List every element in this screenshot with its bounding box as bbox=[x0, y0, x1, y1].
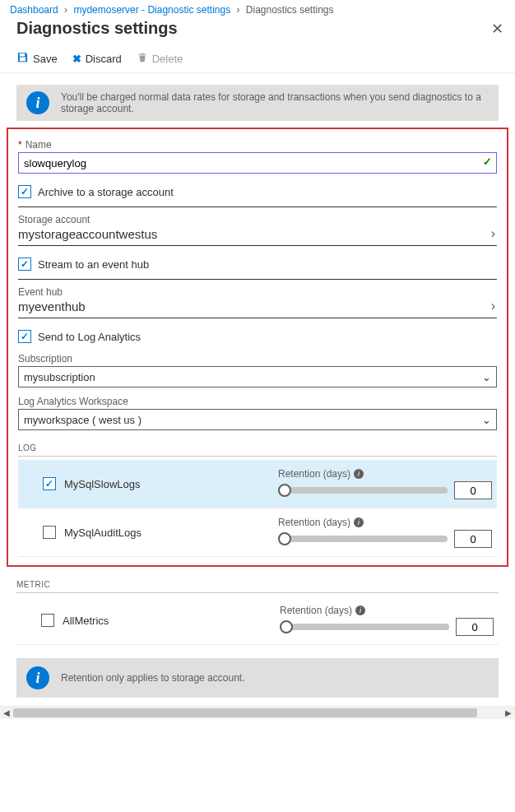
chevron-down-icon: ⌄ bbox=[482, 371, 491, 383]
page-title: Diagnostics settings bbox=[16, 19, 178, 38]
archive-label: Archive to a storage account bbox=[38, 186, 174, 198]
retention-input[interactable] bbox=[456, 618, 494, 636]
storage-account-picker[interactable]: Storage account mystorageaccountwestus › bbox=[18, 214, 497, 241]
metric-section-header: METRIC bbox=[16, 580, 499, 589]
workspace-dropdown[interactable]: myworkspace ( west us ) ⌄ bbox=[18, 409, 497, 430]
info-banner-rates: i You'll be charged normal data rates fo… bbox=[16, 85, 499, 121]
log-checkbox[interactable] bbox=[43, 526, 56, 539]
send-la-label: Send to Log Analytics bbox=[38, 331, 141, 343]
chevron-right-icon: › bbox=[64, 4, 67, 16]
log-checkbox[interactable] bbox=[43, 477, 56, 490]
chevron-right-icon: › bbox=[491, 226, 497, 241]
info-icon[interactable]: i bbox=[355, 606, 365, 615]
chevron-right-icon: › bbox=[491, 299, 497, 313]
subscription-label: Subscription bbox=[18, 353, 497, 364]
event-hub-picker[interactable]: Event hub myeventhub › bbox=[18, 286, 497, 313]
workspace-label: Log Analytics Workspace bbox=[18, 396, 497, 407]
trash-icon bbox=[137, 52, 148, 66]
log-row-slowlogs[interactable]: MySqlSlowLogs Retention (days)i bbox=[18, 460, 497, 508]
save-button[interactable]: Save bbox=[16, 49, 58, 67]
name-label: *Name bbox=[18, 139, 497, 151]
retention-slider[interactable] bbox=[278, 536, 448, 542]
breadcrumb: Dashboard › mydemoserver - Diagnostic se… bbox=[0, 0, 515, 17]
stream-checkbox[interactable] bbox=[18, 258, 31, 271]
archive-checkbox[interactable] bbox=[18, 185, 31, 198]
info-icon: i bbox=[26, 91, 49, 114]
discard-button[interactable]: ✖ Discard bbox=[72, 49, 122, 67]
name-input[interactable] bbox=[18, 152, 497, 174]
stream-label: Stream to an event hub bbox=[38, 258, 149, 271]
retention-input[interactable] bbox=[454, 481, 492, 499]
scroll-right-icon[interactable]: ▶ bbox=[502, 708, 515, 717]
valid-check-icon: ✓ bbox=[483, 155, 492, 168]
close-icon[interactable]: ✕ bbox=[491, 20, 503, 38]
subscription-dropdown[interactable]: mysubscription ⌄ bbox=[18, 366, 497, 387]
metric-checkbox[interactable] bbox=[41, 614, 54, 627]
log-section-header: LOG bbox=[18, 443, 497, 452]
chevron-right-icon: › bbox=[236, 4, 239, 16]
delete-button: Delete bbox=[137, 49, 183, 67]
discard-icon: ✖ bbox=[72, 53, 81, 65]
highlighted-region: *Name ✓ Archive to a storage account Sto… bbox=[7, 128, 508, 567]
info-icon: i bbox=[26, 666, 49, 689]
send-la-checkbox[interactable] bbox=[18, 330, 31, 343]
info-icon[interactable]: i bbox=[354, 469, 364, 479]
breadcrumb-server[interactable]: mydemoserver - Diagnostic settings bbox=[73, 4, 230, 16]
info-icon[interactable]: i bbox=[354, 517, 364, 527]
retention-slider[interactable] bbox=[278, 487, 448, 494]
save-icon bbox=[16, 51, 29, 66]
breadcrumb-current: Diagnostics settings bbox=[246, 4, 334, 16]
horizontal-scrollbar[interactable]: ◀ ▶ bbox=[0, 706, 515, 719]
log-row-auditlogs[interactable]: MySqlAuditLogs Retention (days)i bbox=[18, 508, 497, 557]
chevron-down-icon: ⌄ bbox=[482, 414, 491, 426]
scroll-left-icon[interactable]: ◀ bbox=[0, 708, 13, 717]
breadcrumb-dashboard[interactable]: Dashboard bbox=[10, 4, 58, 16]
retention-input[interactable] bbox=[454, 530, 492, 548]
retention-slider[interactable] bbox=[280, 624, 449, 630]
info-banner-retention: i Retention only applies to storage acco… bbox=[16, 658, 499, 698]
metric-row-allmetrics[interactable]: AllMetrics Retention (days)i bbox=[16, 596, 499, 645]
